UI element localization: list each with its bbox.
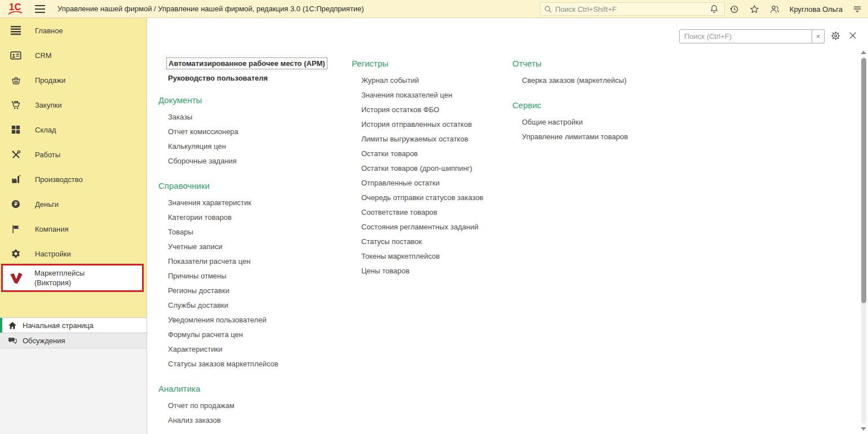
1c-logo-swoosh — [8, 11, 23, 15]
menu-link[interactable]: Товары — [158, 225, 344, 240]
global-search-box[interactable] — [540, 2, 725, 16]
menu-link[interactable]: Формулы расчета цен — [158, 327, 344, 342]
menu-link[interactable]: Учетные записи — [158, 240, 344, 254]
menu-link[interactable]: Общие настройки — [512, 115, 681, 130]
menu-link[interactable]: Цены товаров — [352, 264, 521, 278]
function-menu-search: × — [679, 29, 825, 43]
tab-discussions[interactable]: Обсуждения — [0, 333, 147, 348]
sidebar-item-label: Главное — [35, 26, 63, 35]
cart-icon — [9, 100, 23, 110]
menu-link[interactable]: Соответствие товаров — [352, 205, 521, 220]
history-icon[interactable] — [729, 4, 739, 15]
svg-text:₽: ₽ — [14, 201, 17, 207]
menu-link[interactable]: Заказы — [158, 110, 344, 125]
section-title-catalogs: Справочники — [158, 181, 344, 191]
vertical-scrollbar — [860, 50, 867, 431]
menu-link[interactable]: Лимиты выгружаемых остатков — [352, 132, 521, 147]
section-title-reports: Отчеты — [512, 59, 681, 69]
flag-icon — [9, 224, 23, 234]
window-title: Управление нашей фирмой / Управление наш… — [57, 5, 364, 13]
menu-link[interactable]: Управление лимитами товаров — [512, 130, 681, 144]
menu-link[interactable]: Остатки товаров (дроп-шиппинг) — [352, 161, 521, 176]
menu-link[interactable]: Уведомления пользователей — [158, 313, 344, 327]
sidebar-item-sklad[interactable]: Склад — [0, 117, 147, 142]
main-menu-hamburger-icon[interactable] — [35, 5, 45, 13]
sidebar-item-dengi[interactable]: ₽ Деньги — [0, 192, 147, 216]
tools-icon — [9, 149, 23, 160]
top-bar: 1С Управление нашей фирмой / Управление … — [0, 0, 868, 18]
menu-link[interactable]: Значения показателей цен — [352, 88, 521, 103]
menu-link[interactable]: Журнал событий — [352, 73, 521, 88]
search-clear-button[interactable]: × — [812, 29, 825, 43]
command-arm-workplace[interactable]: Автоматизированное рабочее место (АРМ) — [166, 57, 327, 69]
scrollbar-thumb[interactable] — [861, 58, 866, 303]
menu-link[interactable]: Состояния регламентных заданий — [352, 220, 521, 234]
sidebar-item-crm[interactable]: CRM — [0, 43, 147, 68]
tab-start-page[interactable]: Начальная страница — [0, 317, 147, 333]
sidebar-item-raboty[interactable]: Работы — [0, 142, 147, 167]
footer-tab-label: Обсуждения — [23, 336, 65, 345]
sidebar-item-label: Склад — [35, 126, 56, 134]
menu-link[interactable]: Отчет комиссионера — [158, 125, 344, 139]
sidebar-item-label: Маркетплейсы (Виктория) — [34, 268, 85, 287]
sidebar-item-glavnoe[interactable]: Главное — [0, 18, 147, 43]
1c-logo: 1С — [8, 3, 23, 15]
footer-tab-label: Начальная страница — [23, 321, 94, 330]
panel-settings-gear-icon[interactable] — [830, 30, 842, 42]
sidebar-item-kompaniya[interactable]: Компания — [0, 216, 147, 241]
command-user-guide[interactable]: Руководство пользователя — [168, 74, 268, 82]
main-sections-sidebar: Главное CRM Продажи Закупки Склад Работы — [0, 18, 147, 317]
scroll-down-arrow[interactable] — [861, 427, 866, 431]
sidebar-item-zakupki[interactable]: Закупки — [0, 92, 147, 117]
menu-link[interactable]: Остатки товаров — [352, 147, 521, 161]
menu-link[interactable]: Статусы заказов маркетплейсов — [158, 357, 344, 371]
menu-link[interactable]: Анализ заказов — [158, 413, 344, 428]
menu-link[interactable]: Причины отмены — [158, 269, 344, 284]
global-search-input[interactable] — [555, 5, 721, 14]
star-icon[interactable] — [749, 4, 760, 15]
sidebar-item-label: Компания — [35, 225, 69, 233]
sidebar-item-marketplaces-highlighted[interactable]: Маркетплейсы (Виктория) — [1, 264, 144, 292]
sidebar-footer: Начальная страница Обсуждения — [0, 317, 147, 348]
function-menu-column-2: Регистры Журнал событий Значения показат… — [352, 55, 521, 278]
menu-link[interactable]: История остатков ФБО — [352, 103, 521, 117]
menu-link[interactable]: История отправленных остатков — [352, 117, 521, 132]
menu-link[interactable]: Очередь отправки статусов заказов — [352, 191, 521, 205]
menu-link[interactable]: Калькуляция цен — [158, 139, 344, 154]
marketplace-label-line2: (Виктория) — [34, 278, 71, 287]
menu-link[interactable]: Категории товаров — [158, 210, 344, 225]
menu-link[interactable]: Статусы поставок — [352, 234, 521, 249]
factory-icon — [9, 174, 23, 184]
sidebar-item-proizvodstvo[interactable]: Производство — [0, 167, 147, 192]
menu-link[interactable]: Службы доставки — [158, 298, 344, 313]
bell-icon[interactable] — [709, 4, 719, 14]
sidebar-footer-empty-area — [0, 348, 147, 434]
basket-icon — [9, 75, 23, 86]
sidebar-item-label: Работы — [35, 150, 60, 159]
user-menu-icon[interactable] — [852, 4, 862, 14]
function-search-input[interactable] — [679, 29, 812, 43]
menu-link[interactable]: Отчет по продажам — [158, 398, 344, 413]
marketplace-v-icon — [9, 271, 24, 285]
sidebar-item-label: Деньги — [35, 200, 59, 209]
scroll-up-arrow[interactable] — [861, 51, 866, 54]
sidebar-item-label: Продажи — [35, 76, 65, 85]
menu-link[interactable]: Регионы доставки — [158, 284, 344, 298]
discussions-icon — [7, 336, 18, 345]
users-icon[interactable] — [769, 4, 780, 15]
sidebar-item-prodazhi[interactable]: Продажи — [0, 68, 147, 92]
menu-link[interactable]: Сверка заказов (маркетлейсы) — [512, 73, 681, 88]
gear-icon — [9, 249, 23, 259]
section-title-documents: Документы — [158, 95, 344, 105]
menu-link[interactable]: Отправленные остатки — [352, 176, 521, 191]
current-user-name[interactable]: Круглова Ольга — [790, 5, 843, 14]
function-menu-panel: × Автоматизированное рабочее место (АРМ)… — [147, 18, 868, 434]
sidebar-item-nastroyki[interactable]: Настройки — [0, 241, 147, 266]
menu-link[interactable]: Сборочные задания — [158, 154, 344, 169]
panel-close-icon[interactable] — [848, 30, 858, 41]
function-menu-column-3: Отчеты Сверка заказов (маркетлейсы) Серв… — [512, 55, 681, 144]
menu-link[interactable]: Характеристики — [158, 342, 344, 357]
menu-link[interactable]: Показатели расчета цен — [158, 254, 344, 269]
menu-link[interactable]: Токены маркетплейсов — [352, 249, 521, 264]
menu-link[interactable]: Значения характеристик — [158, 196, 344, 210]
